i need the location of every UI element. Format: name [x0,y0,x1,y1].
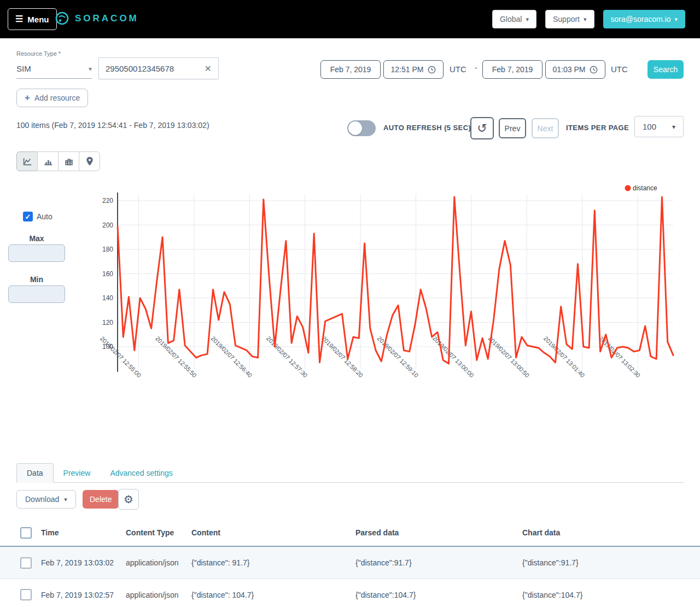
menu-button-label: Menu [27,15,49,24]
chart-type-bar-button[interactable] [37,151,59,171]
x-tick-label: 2019/02/07 12:55:50 [154,335,198,379]
chevron-down-icon: ▾ [584,16,587,22]
check-icon: ✓ [25,213,31,221]
add-resource-button[interactable]: + Add resource [16,89,88,107]
search-button[interactable]: Search [648,60,684,79]
clear-icon[interactable]: ✕ [205,63,212,74]
refresh-button[interactable]: ↺ [470,117,494,139]
account-dropdown[interactable]: sora@soracom.io ▾ [603,10,685,28]
tab-preview[interactable]: Preview [54,464,101,482]
chevron-down-icon: ▾ [89,66,92,72]
start-date-value: Feb 7, 2019 [330,65,371,74]
line-chart-icon [22,157,32,166]
y-tick-label: 120 [102,319,113,326]
auto-refresh-toggle[interactable] [347,120,376,136]
harvest-data-page: ☰ Menu SORACOM Global ▾ Support ▾ sora@s… [0,0,700,607]
chevron-down-icon: ▾ [526,16,529,22]
y-tick-label: 140 [102,294,113,302]
cell-parsed: {"distance":104.7} [355,591,522,599]
chart-type-line-button[interactable] [16,151,38,171]
download-button[interactable]: Download ▾ [16,490,76,509]
auto-refresh-label: AUTO REFRESH (5 SEC) [383,124,471,132]
end-time-input[interactable]: 01:03 PM [545,60,605,79]
select-all-checkbox[interactable] [20,527,32,539]
row-checkbox[interactable] [20,589,32,600]
chevron-down-icon: ▾ [674,16,678,22]
x-tick-label: 2019/02/07 13:00:00 [431,335,475,379]
delete-button[interactable]: Delete [83,490,119,509]
end-date-input[interactable]: Feb 7, 2019 [482,60,542,79]
table-row[interactable]: Feb 7, 2019 13:02:57application/json{"di… [0,579,700,607]
x-tick-label: 2019/02/07 12:56:40 [210,335,254,379]
toggle-knob [348,121,362,135]
cell-content: {"distance": 91.7} [191,558,355,567]
end-date-value: Feb 7, 2019 [492,65,533,74]
cell-time: Feb 7, 2019 13:02:57 [41,591,126,599]
range-separator: - [475,63,477,72]
y-tick-label: 220 [102,197,113,205]
column-header-content-type: Content Type [126,528,191,537]
stacked-bar-chart-icon [64,157,74,166]
prev-page-button[interactable]: Prev [499,118,526,138]
menu-button[interactable]: ☰ Menu [8,8,57,30]
support-dropdown[interactable]: Support ▾ [545,10,594,28]
legend-swatch [625,185,631,191]
min-input[interactable] [8,285,65,303]
column-header-parsed-data: Parsed data [355,528,522,537]
tab-data[interactable]: Data [16,463,54,483]
clock-icon [590,66,598,74]
resource-id-value: 295050012345678 [106,64,205,73]
navbar-right: Global ▾ Support ▾ sora@soracom.io ▾ [492,10,685,28]
bar-chart-icon [43,157,53,166]
items-summary: 100 items (Feb 7, 2019 12:54:41 - Feb 7,… [16,121,209,130]
resource-type-value: SIM [16,64,31,73]
hamburger-icon: ☰ [15,15,23,24]
y-tick-label: 180 [102,246,113,253]
start-time-input[interactable]: 12:51 PM [383,60,444,79]
cell-chart: {"distance":104.7} [522,591,700,599]
map-pin-icon [85,156,94,166]
resource-id-input[interactable]: 295050012345678 ✕ [98,57,219,79]
table-body: Feb 7, 2019 13:03:02application/json{"di… [0,546,700,607]
max-label: Max [8,234,65,243]
data-table: Time Content Type Content Parsed data Ch… [0,520,700,607]
download-label: Download [25,495,59,504]
refresh-icon: ↺ [477,121,487,135]
x-tick-label: 2019/02/07 13:02:30 [598,335,641,379]
chevron-down-icon: ▾ [64,497,67,503]
table-row[interactable]: Feb 7, 2019 13:03:02application/json{"di… [0,547,700,579]
cell-content-type: application/json [126,558,191,567]
max-input[interactable] [8,244,65,262]
column-header-chart-data: Chart data [522,528,700,537]
add-resource-label: Add resource [34,94,80,102]
chart-type-stacked-bar-button[interactable] [58,151,79,171]
soracom-logo: SORACOM [55,11,139,26]
support-label: Support [553,15,580,24]
cell-chart: {"distance":91.7} [522,558,700,567]
auto-scale-checkbox[interactable]: ✓ [23,212,33,221]
tab-advanced-settings[interactable]: Advanced settings [100,464,182,482]
brand-name: SORACOM [75,13,139,24]
resource-type-select[interactable]: SIM ▾ [16,59,92,79]
y-tick-label: 160 [102,270,113,278]
soracom-logo-icon [55,11,69,26]
chart-type-group [16,151,100,171]
row-checkbox[interactable] [20,557,32,569]
x-tick-label: 2019/02/07 12:58:20 [320,335,364,379]
series-line-distance [118,197,673,364]
cell-content: {"distance": 104.7} [191,591,355,599]
end-time-value: 01:03 PM [553,65,586,74]
chart-type-map-button[interactable] [79,151,100,171]
global-dropdown[interactable]: Global ▾ [492,10,536,28]
next-page-button[interactable]: Next [532,118,559,138]
items-per-page-select[interactable]: 100 ▾ [634,116,684,137]
y-tick-label: 200 [102,221,113,229]
auto-scale-label: Auto [37,212,52,221]
items-per-page-value: 100 [643,122,656,131]
settings-button[interactable]: ⚙ [118,489,139,510]
start-date-input[interactable]: Feb 7, 2019 [320,60,381,79]
chart-area: 1001201401601802002202019/02/07 12:55:00… [93,182,684,430]
start-time-value: 12:51 PM [391,65,424,74]
global-label: Global [500,15,522,24]
gear-icon: ⚙ [124,493,133,505]
